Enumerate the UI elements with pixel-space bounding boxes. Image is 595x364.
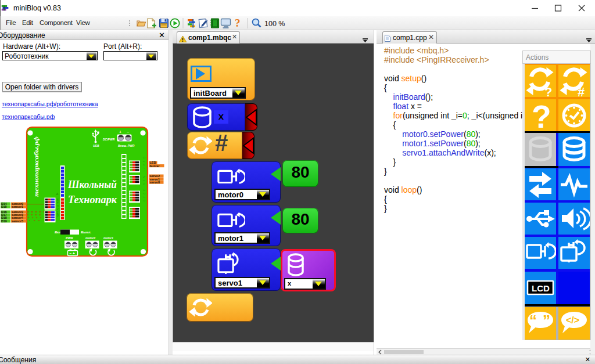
svg-text:−: − (127, 130, 129, 134)
svg-text:A: A (56, 192, 59, 196)
svg-text:DC/PWR: DC/PWR (103, 138, 115, 141)
svg-text:1: 1 (57, 211, 59, 214)
svg-text:?: ? (235, 17, 241, 29)
svg-text:4: 4 (57, 201, 59, 204)
svg-text:Выкл.: Выкл. (81, 230, 91, 234)
svg-text:2: 2 (56, 208, 59, 211)
svg-text:+: + (119, 130, 121, 134)
svg-text:0: 0 (57, 214, 59, 217)
svg-text:servo0: servo0 (150, 181, 160, 184)
svg-text:?: ? (544, 85, 552, 98)
svg-text:?: ? (532, 99, 551, 132)
svg-text:3: 3 (57, 205, 59, 208)
svg-text:Технопарк: Технопарк (68, 193, 117, 206)
svg-text:PWR: PWR (66, 236, 73, 240)
svg-text:5: 5 (57, 199, 59, 201)
svg-text:motor0: motor0 (85, 236, 95, 240)
svg-text:</>: </> (566, 315, 579, 325)
svg-text:Внеш. PWR: Внеш. PWR (118, 144, 135, 147)
svg-text:motor1: motor1 (103, 236, 113, 240)
svg-text:sensor5: sensor5 (12, 219, 23, 223)
svg-text:USB: USB (93, 144, 99, 147)
svg-text:buzzer: buzzer (150, 164, 160, 168)
svg-text:LCD: LCD (532, 283, 550, 293)
svg-text:100 %: 100 % (264, 20, 285, 28)
svg-text:sensor1: sensor1 (12, 205, 23, 208)
svg-text:Школьный: Школьный (67, 178, 117, 190)
svg-text:#: # (578, 85, 585, 98)
svg-text:“: “ (529, 312, 537, 329)
svg-text:Duart Nss 3210: Duart Nss 3210 (142, 157, 145, 203)
svg-text:D15: D15 (1, 205, 7, 208)
svg-text:”: ” (543, 312, 550, 329)
svg-text:D19: D19 (1, 219, 7, 223)
svg-text:технопарксабы.рф: технопарксабы.рф (33, 136, 40, 197)
svg-text:− +: − + (70, 251, 76, 255)
